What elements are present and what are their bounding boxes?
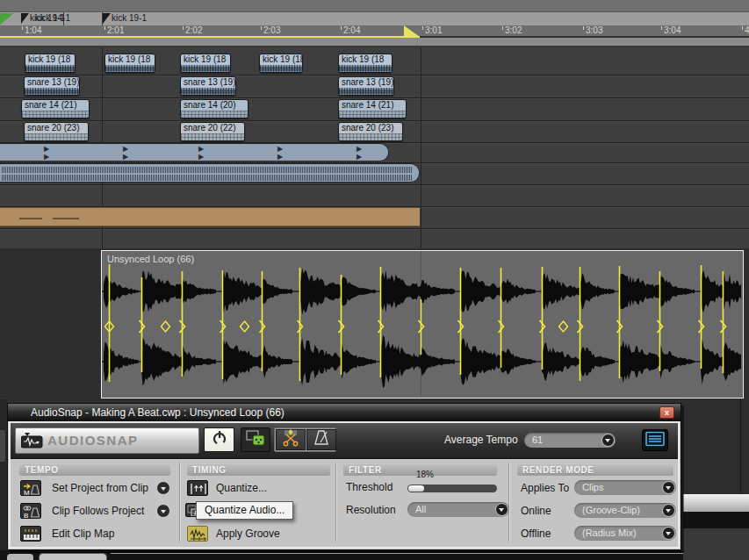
clip-label: snare 13 (19) bbox=[181, 77, 235, 88]
clip-flag-bar[interactable]: kick 19-1kick 14-1kick 19-1 bbox=[0, 12, 749, 25]
dropdown-arrow-icon[interactable] bbox=[662, 504, 675, 517]
set-project-from-clip-icon: M bbox=[20, 480, 41, 496]
dialog-toolbar: AUDIOSNAP bbox=[11, 423, 678, 459]
list-icon bbox=[645, 431, 665, 449]
waveform bbox=[102, 251, 741, 399]
dialog-title: AudioSnap - Making A Beat.cwp : Unsynced… bbox=[31, 406, 284, 419]
transient-arrow-icon: ▶ bbox=[277, 146, 283, 153]
audio-clip[interactable]: kick 19 (18 bbox=[338, 54, 393, 73]
audio-clip[interactable]: kick 19 (18 bbox=[104, 54, 155, 73]
clip-label: snare 14 (21) bbox=[22, 100, 89, 111]
dropdown-arrow-icon[interactable] bbox=[601, 434, 615, 447]
clip-waveform bbox=[339, 88, 393, 96]
audio-clip[interactable]: kick 19 (18 bbox=[180, 54, 231, 73]
dialog-titlebar[interactable]: AudioSnap - Making A Beat.cwp : Unsynced… bbox=[8, 404, 681, 421]
audio-clip[interactable]: snare 14 (20) bbox=[180, 99, 248, 118]
clip-waveform bbox=[105, 65, 155, 73]
applies-to-dropdown[interactable]: Clips bbox=[574, 480, 676, 495]
clip-label: kick 19 (18 bbox=[105, 54, 155, 65]
show-options-button[interactable] bbox=[642, 429, 668, 451]
background-tab bbox=[7, 554, 33, 560]
threshold-slider[interactable] bbox=[407, 485, 497, 492]
audio-clip[interactable]: snare 14 (21) bbox=[338, 99, 407, 118]
ruler-tick: 3:01 bbox=[422, 25, 442, 35]
audio-clip[interactable]: snare 20 (23) bbox=[338, 122, 403, 141]
strip-waveform bbox=[2, 175, 412, 181]
flag-label: kick 19-1 bbox=[112, 13, 147, 23]
audiosnap-logo-icon bbox=[21, 433, 44, 452]
brand-name: AUDIOSNAP bbox=[47, 433, 139, 448]
quantize-icon bbox=[187, 480, 208, 496]
offline-label: Offline bbox=[521, 525, 551, 542]
clip-follows-dropdown-icon[interactable] bbox=[156, 504, 170, 518]
background-left bbox=[0, 399, 7, 560]
ruler-tick: 2:04 bbox=[341, 25, 360, 35]
flag-label: kick 14-1 bbox=[35, 13, 70, 23]
dropdown-arrow-icon[interactable] bbox=[662, 527, 675, 540]
edit-clip-map-label[interactable]: Edit Clip Map bbox=[52, 525, 114, 542]
flag-icon bbox=[21, 13, 29, 24]
tempo-track-strip[interactable] bbox=[0, 207, 420, 226]
close-icon[interactable]: x bbox=[659, 406, 674, 419]
apply-groove-label[interactable]: Apply Groove bbox=[216, 525, 280, 542]
ruler-sub-strip bbox=[0, 38, 749, 47]
clip-label: kick 19 (18 bbox=[260, 54, 302, 65]
audio-clip[interactable]: snare 20 (23) bbox=[24, 122, 89, 141]
resolution-dropdown[interactable]: All bbox=[407, 502, 509, 517]
audiosnap-logo: AUDIOSNAP bbox=[15, 427, 199, 454]
time-ruler[interactable]: 1:042:012:022:032:043:013:023:033:044:0 bbox=[0, 25, 749, 36]
average-tempo-dropdown[interactable]: 61 bbox=[524, 433, 616, 448]
transient-arrow-icon: ▶ bbox=[356, 146, 362, 153]
threshold-label: Threshold bbox=[346, 478, 393, 496]
edit-clip-map-icon bbox=[20, 526, 41, 542]
clip-label: kick 19 (18 bbox=[339, 54, 392, 65]
ruler-tick: 2:02 bbox=[183, 25, 202, 35]
scissors-icon bbox=[281, 429, 300, 450]
row-separator bbox=[0, 228, 749, 229]
transient-arrow-icon: ▶ bbox=[198, 154, 204, 161]
tempo-tool-button[interactable] bbox=[306, 429, 336, 450]
audio-clip[interactable]: snare 14 (21) bbox=[21, 99, 90, 118]
split-beats-button[interactable] bbox=[276, 429, 306, 450]
online-dropdown[interactable]: (Groove-Clip) bbox=[574, 503, 676, 518]
set-project-dropdown-icon[interactable] bbox=[156, 481, 170, 495]
clip-waveform bbox=[181, 111, 248, 118]
render-mode-section-header: RENDER MODE bbox=[517, 464, 673, 476]
offline-dropdown[interactable]: (Radius Mix) bbox=[574, 526, 676, 541]
clip-waveform bbox=[22, 111, 89, 118]
clip-waveform bbox=[25, 133, 88, 141]
selected-audio-clip[interactable]: Unsynced Loop (66) bbox=[101, 250, 744, 398]
applies-to-value: Clips bbox=[582, 480, 603, 495]
clip-waveform bbox=[181, 88, 235, 96]
clip-waveform bbox=[181, 65, 230, 73]
clip-waveform bbox=[339, 65, 392, 73]
audio-clip[interactable]: kick 19 (18 bbox=[25, 54, 76, 73]
audio-clip[interactable]: snare 13 (19) bbox=[338, 76, 394, 96]
ruler-tick: 3:02 bbox=[502, 25, 522, 35]
clip-follows-project-icon: B bbox=[20, 503, 41, 519]
timing-section-header: TIMING bbox=[187, 464, 330, 476]
enable-audiosnap-button[interactable] bbox=[204, 427, 234, 452]
groove-clip-button[interactable] bbox=[241, 427, 270, 452]
audio-clip[interactable]: snare 13 (19) bbox=[180, 76, 236, 96]
audio-clip[interactable]: kick 19 (18 bbox=[259, 54, 303, 73]
set-project-from-clip-label[interactable]: Set Project from Clip bbox=[52, 479, 148, 497]
measure-line bbox=[421, 47, 421, 248]
online-value: (Groove-Clip) bbox=[582, 503, 640, 518]
quantize-audio-tooltip: Quantize Audio... bbox=[196, 501, 293, 520]
dropdown-arrow-icon[interactable] bbox=[662, 481, 675, 494]
clips-pane[interactable]: kick 19 (18kick 19 (18kick 19 (18kick 19… bbox=[0, 47, 749, 248]
audio-clip[interactable]: snare 20 (22) bbox=[180, 122, 245, 141]
metronome-icon bbox=[312, 429, 331, 450]
clip-waveform bbox=[339, 111, 406, 118]
row-separator bbox=[0, 75, 749, 75]
audio-strip-clip[interactable] bbox=[0, 163, 420, 183]
clip-label: kick 19 (18 bbox=[181, 54, 230, 65]
quantize-label[interactable]: Quantize... bbox=[216, 479, 267, 497]
clip-follows-project-label[interactable]: Clip Follows Project bbox=[52, 502, 144, 520]
top-strip bbox=[0, 0, 749, 12]
clip-waveform bbox=[25, 65, 75, 73]
audio-clip[interactable]: snare 13 (19) bbox=[24, 76, 80, 96]
audio-strip-clip[interactable]: ▶▶▶▶▶▶▶▶▶▶ bbox=[0, 143, 389, 162]
dropdown-arrow-icon[interactable] bbox=[495, 503, 508, 516]
